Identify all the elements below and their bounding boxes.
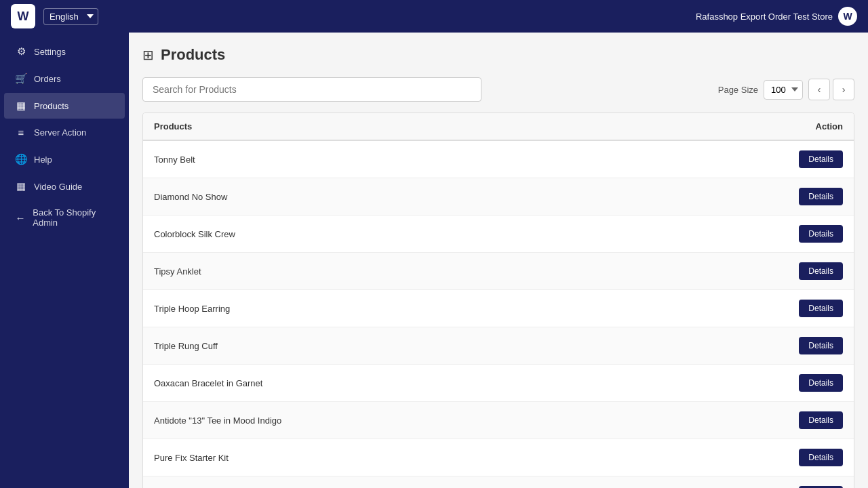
details-button[interactable]: Details xyxy=(799,225,843,243)
table-row: Pure Fix Starter Kit Details xyxy=(143,439,854,476)
prev-page-button[interactable]: ‹ xyxy=(808,79,830,100)
table-row: Antidote "13" Tee in Mood Indigo Details xyxy=(143,402,854,439)
grid-icon: ▦ xyxy=(15,100,27,112)
details-button[interactable]: Details xyxy=(799,300,843,317)
details-button[interactable]: Details xyxy=(799,374,843,392)
products-header-icon: ⊞ xyxy=(142,47,154,63)
main-content: ⊞ Products Page Size 10 25 50 100 ‹ › xyxy=(129,33,868,488)
col-header-action: Action xyxy=(816,121,843,131)
video-icon: ▦ xyxy=(15,180,27,192)
table-body: Tonny Belt Details Diamond No Show Detai… xyxy=(143,141,854,488)
sidebar-item-orders[interactable]: 🛒 Orders xyxy=(4,66,125,92)
table-row: Colorblock Silk Crew Details xyxy=(143,216,854,253)
details-button[interactable]: Details xyxy=(799,262,843,280)
topnav-left: W English Spanish French xyxy=(11,4,98,28)
globe-icon: 🌐 xyxy=(15,153,27,165)
server-icon: ≡ xyxy=(15,127,27,138)
details-button[interactable]: Details xyxy=(799,188,843,205)
store-name: Rafasshop Export Order Test Store xyxy=(696,12,833,22)
table-row: Oaxacan Bracelet in Garnet Details xyxy=(143,365,854,402)
pagination-buttons: ‹ › xyxy=(808,79,854,100)
logo-icon: W xyxy=(11,4,35,28)
sidebar-label-back-to-shopify: Back To Shopify Admin xyxy=(33,207,114,228)
topnav-logo-right-icon: W xyxy=(838,7,857,26)
sidebar-label-orders: Orders xyxy=(34,74,61,84)
products-table: Products Action Tonny Belt Details Diamo… xyxy=(142,113,854,488)
sidebar-item-back-to-shopify[interactable]: ← Back To Shopify Admin xyxy=(4,201,125,235)
table-row: Tipsy Anklet Details xyxy=(143,253,854,290)
product-name: Tonny Belt xyxy=(154,155,195,165)
sidebar-label-server-action: Server Action xyxy=(34,127,86,138)
table-row: Diamond No Show Details xyxy=(143,178,854,216)
table-header: Products Action xyxy=(143,113,854,141)
main-layout: ⚙ Settings 🛒 Orders ▦ Products ≡ Server … xyxy=(0,33,868,488)
product-name: Oaxacan Bracelet in Garnet xyxy=(154,378,262,388)
top-navigation: W English Spanish French Rafasshop Expor… xyxy=(0,0,868,33)
search-input[interactable] xyxy=(142,77,481,102)
sidebar-label-video-guide: Video Guide xyxy=(34,182,82,192)
sidebar-item-video-guide[interactable]: ▦ Video Guide xyxy=(4,174,125,199)
product-name: Colorblock Silk Crew xyxy=(154,229,235,239)
details-button[interactable]: Details xyxy=(799,150,843,168)
next-page-button[interactable]: › xyxy=(833,79,854,100)
product-name: Triple Hoop Earring xyxy=(154,304,230,314)
gear-icon: ⚙ xyxy=(15,45,27,58)
table-row: Triple Rung Cuff Details xyxy=(143,327,854,365)
sidebar-label-help: Help xyxy=(34,155,52,165)
sidebar-item-products[interactable]: ▦ Products xyxy=(4,93,125,119)
details-button[interactable]: Details xyxy=(799,449,843,466)
page-title: Products xyxy=(161,46,225,64)
details-button[interactable]: Details xyxy=(799,411,843,429)
sidebar-item-server-action[interactable]: ≡ Server Action xyxy=(4,120,125,145)
product-name: Triple Rung Cuff xyxy=(154,341,218,351)
content-inner: ⊞ Products Page Size 10 25 50 100 ‹ › xyxy=(129,33,868,488)
product-name: Antidote "13" Tee in Mood Indigo xyxy=(154,415,281,426)
topnav-right: Rafasshop Export Order Test Store W xyxy=(696,7,857,26)
table-row: Jon Lock Details xyxy=(143,476,854,488)
page-size-select[interactable]: 10 25 50 100 xyxy=(764,80,803,100)
sidebar-label-products: Products xyxy=(34,101,68,111)
col-header-products: Products xyxy=(154,121,192,131)
table-row: Tonny Belt Details xyxy=(143,141,854,178)
product-name: Tipsy Anklet xyxy=(154,266,201,277)
product-name: Pure Fix Starter Kit xyxy=(154,453,229,463)
sidebar-item-settings[interactable]: ⚙ Settings xyxy=(4,39,125,64)
details-button[interactable]: Details xyxy=(799,337,843,354)
back-arrow-icon: ← xyxy=(15,212,26,224)
sidebar: ⚙ Settings 🛒 Orders ▦ Products ≡ Server … xyxy=(0,33,129,488)
page-header: ⊞ Products xyxy=(142,46,854,64)
toolbar-right: Page Size 10 25 50 100 ‹ › xyxy=(718,79,854,100)
sidebar-item-help[interactable]: 🌐 Help xyxy=(4,146,125,172)
page-size-label: Page Size xyxy=(718,85,758,95)
cart-icon: 🛒 xyxy=(15,73,27,85)
table-row: Triple Hoop Earring Details xyxy=(143,290,854,327)
language-selector[interactable]: English Spanish French xyxy=(43,8,98,25)
product-name: Diamond No Show xyxy=(154,192,227,202)
toolbar: Page Size 10 25 50 100 ‹ › xyxy=(142,77,854,102)
sidebar-label-settings: Settings xyxy=(34,47,66,57)
